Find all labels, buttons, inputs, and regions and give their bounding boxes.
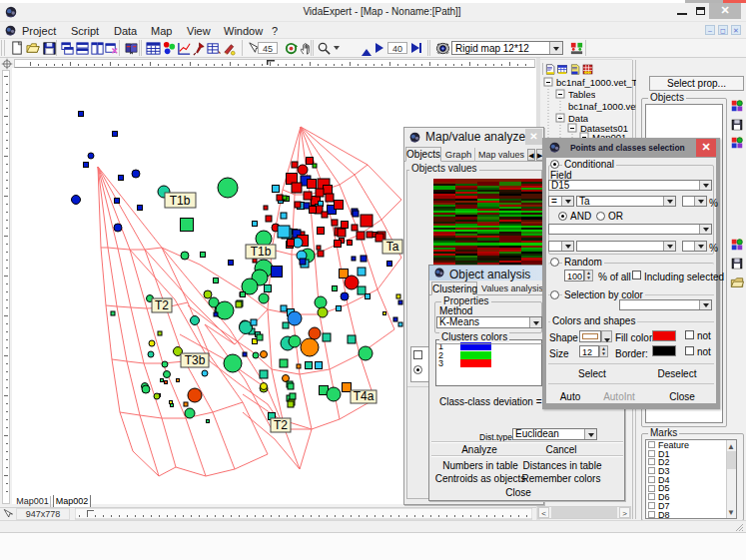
svg-text:T1b: T1b [251, 245, 272, 259]
svg-text:T4a: T4a [354, 389, 374, 403]
svg-text:T1b: T1b [170, 194, 191, 208]
svg-text:Ta: Ta [386, 240, 399, 254]
svg-text:T2: T2 [155, 298, 169, 312]
svg-text:T2: T2 [274, 418, 288, 432]
svg-text:T3b: T3b [185, 353, 206, 367]
